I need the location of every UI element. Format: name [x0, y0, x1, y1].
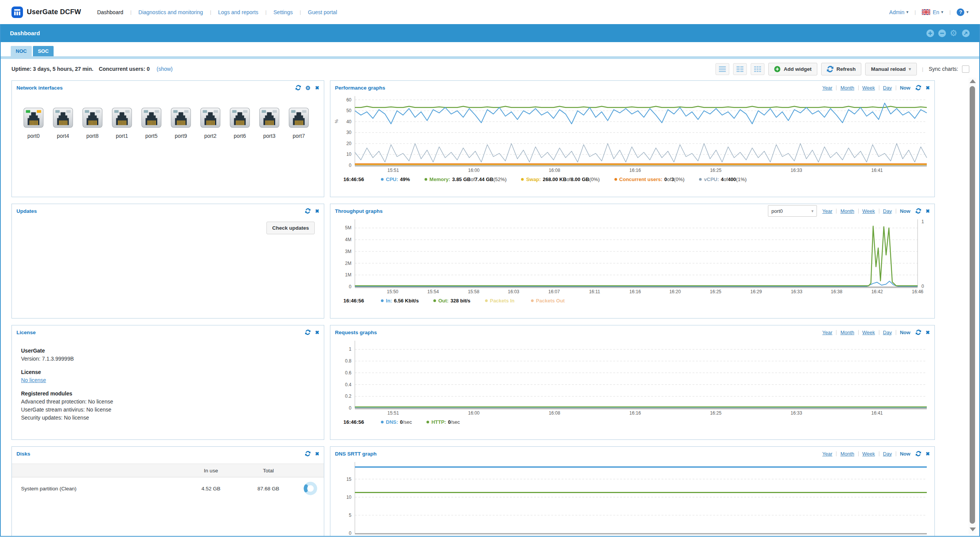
legend-entry[interactable]: CPU:49%: [381, 176, 410, 182]
period-day[interactable]: Day: [883, 85, 892, 91]
legend-dot: [425, 178, 427, 181]
show-users-link[interactable]: (show): [157, 66, 173, 72]
network-port-port4[interactable]: port4: [53, 108, 73, 139]
legend-entry[interactable]: HTTP:0/sec: [426, 419, 460, 425]
check-updates-button[interactable]: Check updates: [266, 222, 315, 234]
license-product: UserGate: [21, 347, 315, 355]
nav-item-dashboard[interactable]: Dashboard: [96, 7, 124, 18]
network-port-port3[interactable]: port3: [259, 108, 279, 139]
tab-noc[interactable]: NOC: [11, 46, 32, 56]
scrollbar-thumb[interactable]: [970, 86, 975, 524]
no-license-link[interactable]: No license: [21, 377, 46, 383]
period-year[interactable]: Year: [822, 451, 832, 457]
network-port-port6[interactable]: port6: [230, 108, 250, 139]
widget-close-icon[interactable]: ✖: [926, 85, 930, 90]
widget-refresh-icon[interactable]: [916, 330, 921, 335]
period-month[interactable]: Month: [840, 330, 854, 335]
port-select[interactable]: port0 ▾: [768, 205, 817, 217]
widget-refresh-icon[interactable]: [916, 451, 921, 456]
legend-entry[interactable]: Swap:268.00 KB of 8.00 GB (0%): [521, 176, 599, 182]
widget-close-icon[interactable]: ✖: [315, 85, 319, 90]
refresh-button[interactable]: Refresh: [821, 63, 861, 75]
admin-menu[interactable]: Admin: [889, 9, 905, 15]
period-week[interactable]: Week: [862, 85, 875, 91]
collapse-all-icon[interactable]: [938, 29, 946, 38]
nav-item-diagnostics-and-monitoring[interactable]: Diagnostics and monitoring: [138, 7, 204, 18]
widget-close-icon[interactable]: ✖: [315, 209, 319, 214]
network-port-port1[interactable]: port1: [112, 108, 132, 139]
period-now[interactable]: Now: [900, 208, 910, 214]
period-year[interactable]: Year: [822, 85, 832, 91]
widget-refresh-icon[interactable]: [916, 85, 921, 90]
legend-entry[interactable]: Packets In: [485, 298, 516, 304]
period-week[interactable]: Week: [862, 330, 875, 335]
settings-gear-icon[interactable]: ⚙: [950, 29, 958, 38]
network-port-port5[interactable]: port5: [141, 108, 162, 139]
legend-entry[interactable]: DNS:0/sec: [381, 419, 412, 425]
chart-dns-srtt: 051015: [330, 460, 934, 537]
nav-item-guest-portal[interactable]: Guest portal: [307, 7, 338, 18]
legend-entry[interactable]: Packets Out: [531, 298, 567, 304]
widget-refresh-icon[interactable]: [305, 208, 310, 214]
widget-refresh-icon[interactable]: [305, 451, 310, 456]
widget-close-icon[interactable]: ✖: [926, 209, 930, 214]
scroll-up-arrow[interactable]: [970, 79, 976, 83]
add-widget-button[interactable]: Add widget: [768, 63, 817, 75]
sync-charts-checkbox[interactable]: [962, 65, 969, 73]
layout-one-column-button[interactable]: [715, 63, 729, 75]
period-day[interactable]: Day: [883, 330, 892, 335]
widget-close-icon[interactable]: ✖: [926, 451, 930, 456]
period-week[interactable]: Week: [862, 451, 875, 457]
legend-time: 16:46:56: [343, 419, 364, 425]
period-month[interactable]: Month: [840, 85, 854, 91]
period-now[interactable]: Now: [900, 85, 910, 91]
period-month[interactable]: Month: [840, 451, 854, 457]
period-week[interactable]: Week: [862, 208, 875, 214]
svg-text:16:07: 16:07: [548, 289, 560, 294]
scroll-down-arrow[interactable]: [970, 528, 976, 531]
widget-close-icon[interactable]: ✖: [315, 451, 319, 456]
network-port-port2[interactable]: port2: [200, 108, 220, 139]
legend-entry[interactable]: Concurrent users:0 of 3 (0%): [614, 176, 684, 182]
period-year[interactable]: Year: [822, 208, 832, 214]
reload-mode-dropdown[interactable]: Manual reload ▾: [865, 63, 916, 75]
nav-item-settings[interactable]: Settings: [273, 7, 294, 18]
expand-all-icon[interactable]: [926, 29, 934, 38]
port-label: port9: [171, 133, 191, 139]
legend-entry[interactable]: Memory:3.85 GB of 7.44 GB (52%): [425, 176, 507, 182]
legend-entry[interactable]: Out:328 bit/s: [433, 298, 470, 304]
language-menu[interactable]: En: [933, 9, 939, 15]
network-port-port8[interactable]: port8: [82, 108, 103, 139]
tab-soc[interactable]: SOC: [33, 46, 54, 56]
navigate-icon[interactable]: [962, 29, 970, 38]
legend-entry[interactable]: vCPU:4 of 400 (1%): [699, 176, 746, 182]
period-now[interactable]: Now: [900, 330, 910, 335]
widget-title: Throughput graphs: [335, 208, 382, 214]
period-year[interactable]: Year: [822, 330, 832, 335]
disk-row: System partition (Clean)4.52 GB87.68 GB: [12, 477, 324, 500]
legend-dot: [433, 299, 436, 302]
ethernet-port-icon: [259, 108, 279, 128]
legend-entry[interactable]: In:6.56 Kbit/s: [381, 298, 419, 304]
period-day[interactable]: Day: [883, 451, 892, 457]
nav-item-logs-and-reports[interactable]: Logs and reports: [217, 7, 259, 18]
widget-refresh-icon[interactable]: [916, 208, 921, 214]
period-day[interactable]: Day: [883, 208, 892, 214]
svg-text:0.4: 0.4: [345, 382, 351, 387]
layout-two-column-button[interactable]: [733, 63, 747, 75]
widget-updates: Updates ✖ Check updates: [11, 204, 324, 318]
widget-close-icon[interactable]: ✖: [315, 330, 319, 335]
widget-close-icon[interactable]: ✖: [926, 330, 930, 335]
period-now[interactable]: Now: [900, 451, 910, 457]
help-icon[interactable]: ?: [957, 8, 964, 16]
widget-refresh-icon[interactable]: [296, 85, 301, 90]
network-port-port7[interactable]: port7: [289, 108, 309, 139]
period-month[interactable]: Month: [840, 208, 854, 214]
layout-three-column-button[interactable]: [751, 63, 764, 75]
widget-refresh-icon[interactable]: [305, 330, 310, 335]
widget-gear-icon[interactable]: ⚙: [305, 85, 310, 91]
network-port-port0[interactable]: port0: [23, 108, 44, 139]
network-port-port9[interactable]: port9: [171, 108, 191, 139]
vertical-scrollbar[interactable]: [969, 78, 976, 534]
svg-text:0: 0: [349, 531, 351, 536]
